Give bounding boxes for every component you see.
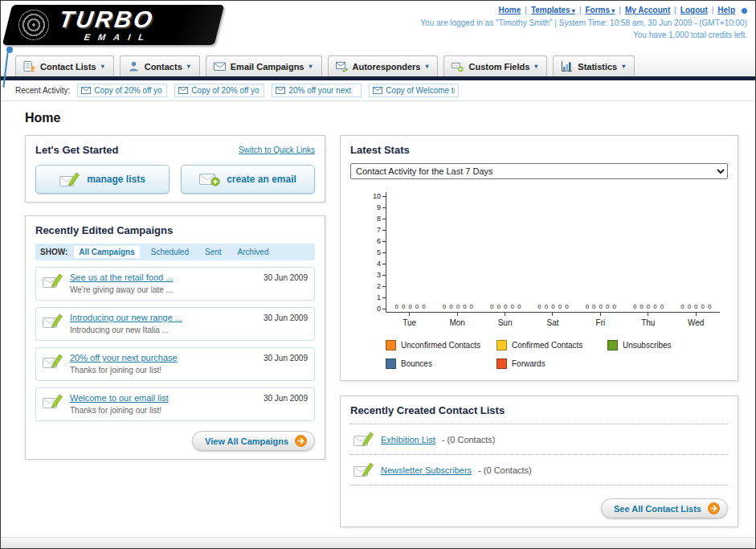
contact-lists-panel: Recently Created Contact Lists Exhibitio… [340,395,738,527]
campaign-text: 20% off your next purchaseThanks for joi… [70,353,257,375]
legend-label: Unsubscribes [623,341,672,350]
legend-label: Confirmed Contacts [512,341,582,350]
tab-statistics[interactable]: Statistics▾ [553,55,635,76]
legend-swatch [607,340,618,350]
main-nav: Contact Lists▾Contacts▾Email Campaigns▾A… [1,52,755,80]
recent-activity-item[interactable]: Copy of Welcome to [369,84,459,97]
recent-activity-items: Copy of 20% off yoCopy of 20% off yo20% … [77,84,459,97]
logo[interactable]: TURBO EMAIL [2,5,224,45]
bar-value: 0 [612,303,615,310]
chart-bar-group: 00000 [386,192,434,312]
campaign-list: See us at the retail food ...We're givin… [35,267,315,421]
x-axis-category: Tue [386,313,433,327]
legend-item-unconfirmed-contacts: Unconfirmed Contacts [386,340,497,350]
latest-stats-title: Latest Stats [350,144,410,156]
x-axis-category: Mon [433,313,480,327]
campaign-row[interactable]: See us at the retail food ...We're givin… [35,267,315,301]
chart-plot: 00000000000000000000000000000000000 [386,192,720,313]
top-link-home[interactable]: Home [499,6,521,14]
turbo-swirl-icon [18,10,49,40]
bar-value: 0 [694,303,697,310]
campaign-row[interactable]: Welcome to our email listThanks for join… [35,387,315,421]
filter-archived[interactable]: Archived [233,246,274,258]
x-axis-tick-mark [600,313,601,316]
tab-autoresponders[interactable]: Autoresponders▾ [328,55,439,76]
filter-all-campaigns[interactable]: All Campaigns [74,246,139,258]
y-axis-tick: 6 [377,237,386,245]
bar-value: 0 [688,303,691,310]
y-axis-label: 5 [377,248,381,256]
bar-value: 0 [402,303,405,310]
top-link-my-account[interactable]: My Account [625,6,670,14]
contact-list-name-link[interactable]: Newsletter Subscribers [381,465,472,475]
tab-label: Autoresponders [353,62,421,72]
campaign-title-link[interactable]: 20% off your next purchase [70,353,257,363]
bar-value: 0 [415,303,419,310]
campaign-date: 30 Jun 2009 [264,394,308,403]
contact-list-item[interactable]: Newsletter Subscribers- (0 Contacts) [350,455,728,485]
top-link-templates[interactable]: Templates ▾ [531,6,575,14]
top-link-forms[interactable]: Forms ▾ [586,6,615,14]
bar-value: 0 [470,303,473,310]
top-link-help[interactable]: Help [717,6,735,14]
tab-custom-fields[interactable]: Custom Fields▾ [443,55,547,76]
bar-value: 0 [504,303,507,310]
x-axis-tick-mark [648,313,648,316]
recent-activity-item-label: Copy of 20% off yo [191,86,259,95]
contact-list-item[interactable]: Exhibition List- (0 Contacts) [350,424,728,455]
campaign-subtitle: We're giving away our late ... [70,285,257,294]
top-link-logout[interactable]: Logout [680,6,708,14]
see-all-contact-lists-button[interactable]: See All Contact Lists [601,498,728,518]
view-all-campaigns-label: View All Campaigns [205,436,288,446]
recent-activity-item[interactable]: 20% off your next [272,84,362,97]
tab-email-campaigns[interactable]: Email Campaigns▾ [206,55,322,76]
view-all-campaigns-button[interactable]: View All Campaigns [192,431,315,451]
create-email-button[interactable]: create an email [181,165,315,194]
filter-sent[interactable]: Sent [200,246,227,258]
tab-contact-lists[interactable]: Contact Lists▾ [15,55,114,76]
campaign-row[interactable]: Introducing our new range ...Introducing… [35,307,315,341]
campaign-title-link[interactable]: See us at the retail food ... [70,272,257,282]
get-started-buttons: manage lists create an email [35,165,315,194]
recent-activity-item[interactable]: Copy of 20% off yo [77,84,167,97]
tab-contacts[interactable]: Contacts▾ [120,55,200,76]
campaigns-title: Recently Edited Campaigns [35,224,173,236]
y-axis-tick: 10 [373,192,386,200]
switch-quick-links-link[interactable]: Switch to Quick Links [239,145,315,154]
legend-label: Bounces [401,359,432,368]
bar-value: 0 [606,303,609,310]
bar-value: 0 [633,303,636,310]
campaign-row[interactable]: 20% off your next purchaseThanks for joi… [35,347,315,381]
manage-lists-button[interactable]: manage lists [35,165,170,194]
arrow-circle-icon [295,435,307,447]
campaign-title-link[interactable]: Introducing our new range ... [70,313,257,322]
envelope-icon [373,87,382,94]
y-axis-label: 4 [377,260,381,268]
arrow-circle-icon [708,502,720,514]
chevron-down-icon: ▾ [534,63,537,70]
bar-value: 0 [490,303,493,310]
x-axis-category: Sun [481,313,529,327]
chart-bar-group: 00000 [434,192,481,312]
recent-activity-bar: Recent Activity: Copy of 20% off yoCopy … [1,80,755,101]
contact-activity-chart: 109876543210 000000000000000000000000000… [365,192,720,313]
campaign-title-link[interactable]: Welcome to our email list [70,393,257,403]
chart-bar-group: 00000 [672,192,720,312]
stats-range-select[interactable]: Contact Activity for the Last 7 Days [350,163,728,179]
campaigns-panel: Recently Edited Campaigns SHOW: All Camp… [25,215,325,460]
filter-scheduled[interactable]: Scheduled [146,246,194,258]
recent-activity-item[interactable]: Copy of 20% off yo [174,84,264,97]
see-all-contact-lists-label: See All Contact Lists [614,504,701,514]
envelope-icon [276,87,285,94]
x-axis-label: Wed [672,318,720,327]
envelope-icon [178,87,188,94]
y-axis-label: 3 [377,271,381,279]
contact-list-name-link[interactable]: Exhibition List [381,435,435,445]
y-axis-label: 2 [377,282,381,290]
x-axis-label: Tue [386,318,433,327]
footer [1,537,755,548]
link-separator: | [619,6,621,14]
bar-value: 0 [660,303,664,310]
bar-value: 0 [517,303,521,310]
legend-label: Forwards [512,359,546,368]
